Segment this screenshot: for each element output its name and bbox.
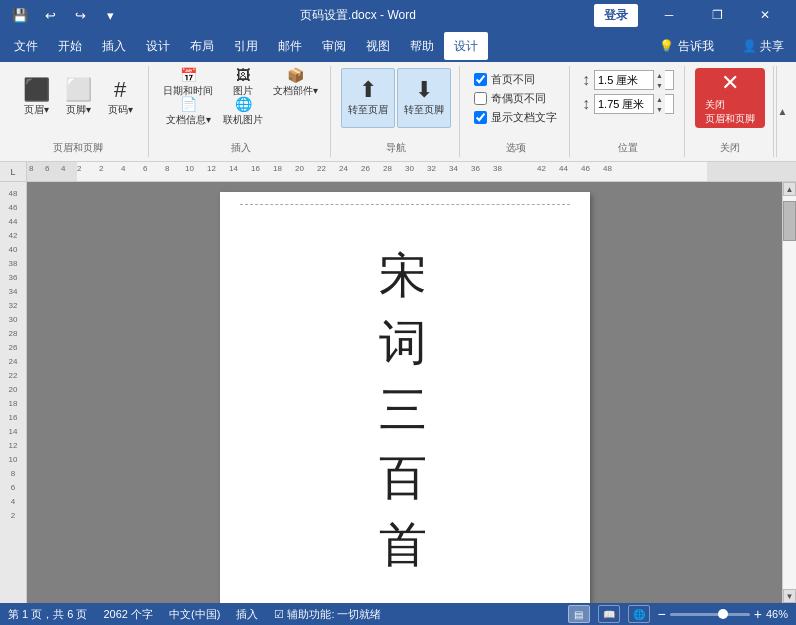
goto-footer-label: 转至页脚 xyxy=(404,103,444,117)
edit-mode: 插入 xyxy=(236,607,258,622)
svg-rect-2 xyxy=(707,162,796,181)
menu-mail[interactable]: 邮件 xyxy=(268,32,312,60)
position-top-up[interactable]: ▲ xyxy=(654,70,665,80)
docparts-btn[interactable]: 📦 文档部件▾ xyxy=(269,68,322,96)
nav-items: ⬆ 转至页眉 ⬇ 转至页脚 xyxy=(341,68,451,139)
scroll-up-btn[interactable]: ▲ xyxy=(783,182,796,196)
ribbon: ⬛ 页眉▾ ⬜ 页脚▾ # 页码▾ 页眉和页脚 xyxy=(0,62,796,162)
position-bottom-up[interactable]: ▲ xyxy=(654,94,665,104)
menu-file[interactable]: 文件 xyxy=(4,32,48,60)
odd-even-check[interactable]: 奇偶页不同 xyxy=(474,91,557,106)
show-text-label: 显示文档文字 xyxy=(491,110,557,125)
more-quick-btn[interactable]: ▾ xyxy=(98,3,122,27)
show-text-checkbox[interactable] xyxy=(474,111,487,124)
goto-header-btn[interactable]: ⬆ 转至页眉 xyxy=(341,68,395,128)
insert-col2: 🖼 图片 🌐 联机图片 xyxy=(219,68,267,125)
page-num-icon: # xyxy=(114,79,126,101)
zoom-minus-btn[interactable]: − xyxy=(658,607,666,621)
ribbon-group-insert: 📅 日期和时间 📄 文档信息▾ 🖼 图片 xyxy=(151,66,331,157)
menu-ribbon-area: 文件 开始 插入 设计 布局 引用 邮件 审阅 视图 帮助 设计 💡 告诉我 👤… xyxy=(0,30,796,62)
datetime-icon: 📅 xyxy=(180,67,197,83)
image-btn[interactable]: 🖼 图片 xyxy=(219,68,267,96)
online-image-btn[interactable]: 🌐 联机图片 xyxy=(219,97,267,125)
header-btn[interactable]: ⬛ 页眉▾ xyxy=(16,68,56,128)
menu-view[interactable]: 视图 xyxy=(356,32,400,60)
vruler-10: 10 xyxy=(9,452,18,466)
close-header-footer-btn[interactable]: ✕ 关闭页眉和页脚 xyxy=(695,68,765,128)
docinfo-btn[interactable]: 📄 文档信息▾ xyxy=(159,97,217,125)
close-header-footer-label: 关闭页眉和页脚 xyxy=(705,98,755,126)
zoom-level: 46% xyxy=(766,608,788,620)
zoom-thumb[interactable] xyxy=(718,609,728,619)
tell-me-btn[interactable]: 💡 告诉我 xyxy=(651,35,721,58)
zoom-area: − + 46% xyxy=(658,607,788,621)
footer-label: 页脚▾ xyxy=(66,103,91,117)
share-btn[interactable]: 👤 共享 xyxy=(734,35,792,58)
position-bottom-icon: ↕ xyxy=(582,95,590,113)
menu-design-doc[interactable]: 设计 xyxy=(136,32,180,60)
docinfo-icon: 📄 xyxy=(180,96,197,112)
online-image-label: 联机图片 xyxy=(223,113,263,127)
help-area: 💡 告诉我 👤 共享 xyxy=(651,35,792,58)
header-footer-items: ⬛ 页眉▾ ⬜ 页脚▾ # 页码▾ xyxy=(16,68,140,139)
close-header-footer-icon: ✕ xyxy=(721,70,739,96)
datetime-btn[interactable]: 📅 日期和时间 xyxy=(159,68,217,96)
minimize-btn[interactable]: ─ xyxy=(646,0,692,30)
vruler-26: 26 xyxy=(9,340,18,354)
vruler-6: 6 xyxy=(11,480,15,494)
vruler-48: 48 xyxy=(9,186,18,200)
ribbon-scroll-btn[interactable]: ▲ xyxy=(776,66,788,157)
app: 💾 ↩ ↪ ▾ 页码设置.docx - Word 登录 ─ ❐ ✕ 文件 开始 … xyxy=(0,0,796,625)
scroll-track[interactable] xyxy=(783,196,796,589)
page-num-btn[interactable]: # 页码▾ xyxy=(100,68,140,128)
vruler-28: 28 xyxy=(9,326,18,340)
ruler-left-margin: L xyxy=(0,162,27,181)
pages-area[interactable]: 宋词三百首 首页页脚 青萍盏·红楼别夜堪惆怅 3 xyxy=(27,182,782,603)
menu-reference[interactable]: 引用 xyxy=(224,32,268,60)
read-mode-btn[interactable]: 📖 xyxy=(598,605,620,623)
first-page-check[interactable]: 首页不同 xyxy=(474,72,557,87)
vruler-14: 14 xyxy=(9,424,18,438)
vruler-42: 42 xyxy=(9,228,18,242)
menu-help[interactable]: 帮助 xyxy=(400,32,444,60)
goto-footer-btn[interactable]: ⬇ 转至页脚 xyxy=(397,68,451,128)
zoom-slider[interactable] xyxy=(670,613,750,616)
scroll-thumb[interactable] xyxy=(783,201,796,241)
position-top-input[interactable] xyxy=(595,74,653,86)
web-view-btn[interactable]: 🌐 xyxy=(628,605,650,623)
menu-start[interactable]: 开始 xyxy=(48,32,92,60)
save-quick-btn[interactable]: 💾 xyxy=(8,3,32,27)
ribbon-content: ⬛ 页眉▾ ⬜ 页脚▾ # 页码▾ 页眉和页脚 xyxy=(0,62,796,161)
position-bottom-down[interactable]: ▼ xyxy=(654,104,665,114)
first-page-checkbox[interactable] xyxy=(474,73,487,86)
zoom-plus-btn[interactable]: + xyxy=(754,607,762,621)
vruler-16: 16 xyxy=(9,410,18,424)
menu-design-active[interactable]: 设计 xyxy=(444,32,488,60)
menu-layout[interactable]: 布局 xyxy=(180,32,224,60)
redo-btn[interactable]: ↪ xyxy=(68,3,92,27)
close-btn[interactable]: ✕ xyxy=(742,0,788,30)
undo-btn[interactable]: ↩ xyxy=(38,3,62,27)
position-top-wrap: ▲ ▼ xyxy=(594,70,674,90)
position-items: ↕ ▲ ▼ ↕ xyxy=(580,68,676,139)
title-text: 页码设置.docx - Word xyxy=(300,7,416,24)
svg-rect-1 xyxy=(27,162,77,181)
docparts-icon: 📦 xyxy=(287,67,304,83)
vruler-40: 40 xyxy=(9,242,18,256)
scroll-down-btn[interactable]: ▼ xyxy=(783,589,796,603)
header-label: 页眉▾ xyxy=(24,103,49,117)
odd-even-checkbox[interactable] xyxy=(474,92,487,105)
close-group-label: 关闭 xyxy=(720,141,740,155)
position-top-down[interactable]: ▼ xyxy=(654,80,665,90)
menu-insert[interactable]: 插入 xyxy=(92,32,136,60)
print-layout-btn[interactable]: ▤ xyxy=(568,605,590,623)
position-bottom-input[interactable] xyxy=(595,98,653,110)
login-button[interactable]: 登录 xyxy=(594,4,638,27)
footer-btn[interactable]: ⬜ 页脚▾ xyxy=(58,68,98,128)
page1-header-area xyxy=(240,200,570,205)
window-controls: ─ ❐ ✕ xyxy=(646,0,788,30)
menu-bar: 文件 开始 插入 设计 布局 引用 邮件 审阅 视图 帮助 设计 💡 告诉我 👤… xyxy=(0,30,796,62)
show-text-check[interactable]: 显示文档文字 xyxy=(474,110,557,125)
menu-review[interactable]: 审阅 xyxy=(312,32,356,60)
restore-btn[interactable]: ❐ xyxy=(694,0,740,30)
